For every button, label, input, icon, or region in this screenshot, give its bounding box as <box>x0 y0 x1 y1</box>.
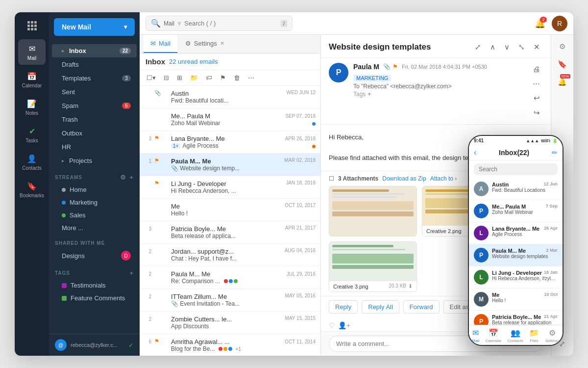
tab-mail[interactable]: ✉ Mail <box>144 35 177 53</box>
nav-item-tasks[interactable]: ✔ Tasks <box>18 122 46 147</box>
toolbar-more[interactable]: ⋯ <box>245 72 257 83</box>
tab-close-icon[interactable]: ✕ <box>220 40 224 47</box>
stream-item-sales[interactable]: Sales <box>52 209 137 221</box>
sidebar-item-hr[interactable]: HR <box>52 140 137 154</box>
sidebar-item-templates[interactable]: Templates 3 <box>52 72 137 85</box>
table-row[interactable]: 📎 Austin WED JUN 12 Fwd: Beautiful locat… <box>140 86 320 108</box>
toolbar-sort[interactable]: ⊞ <box>174 72 185 83</box>
search-input[interactable] <box>184 20 278 27</box>
list-item[interactable]: Creative 1.png 20.3 KB ⬇ <box>329 186 417 237</box>
phone-sender: Me... Paula M <box>492 204 526 210</box>
shared-item-designs[interactable]: Designs D <box>52 248 137 263</box>
nav-item-contacts[interactable]: 👤 Contacts <box>18 149 46 175</box>
sidebar-item-inbox[interactable]: ▸ Inbox 22 <box>52 44 137 57</box>
table-row[interactable]: 2 Paula M... Me JUL 29, 2016 Re: Compari… <box>140 266 320 289</box>
search-bar[interactable]: 🔍 Mail ▾ / <box>146 16 293 31</box>
sidebar-item-outbox[interactable]: Outbox <box>52 127 137 140</box>
list-item[interactable]: A Austin 12 Jun Fwd: Beautiful Locations <box>469 178 563 200</box>
list-item[interactable]: P Me... Paula M 7 Sep Zoho Mail Webinar <box>469 200 563 222</box>
more-options-icon[interactable]: ⋯ <box>530 77 543 90</box>
checkbox-icon[interactable]: ☐ <box>329 175 334 182</box>
nav-item-bookmarks[interactable]: 🔖 Bookmarks <box>18 177 46 202</box>
phone-search-input[interactable] <box>474 163 558 175</box>
list-item[interactable]: P Patricia Boyle... Me 21 Apr Beta relea… <box>469 311 563 325</box>
settings-panel-button[interactable]: ⚙ <box>555 39 570 54</box>
person-add-icon[interactable]: 👤+ <box>338 321 350 329</box>
user-avatar-small: @ <box>55 339 67 351</box>
table-row[interactable]: Me... Paula M SEP 07, 2018 Zoho Mail Web… <box>140 108 320 131</box>
tag-item-testimonials[interactable]: Testimonials <box>52 279 137 291</box>
new-feature-button[interactable]: 🔔 <box>555 74 570 90</box>
reply-button[interactable]: Reply <box>329 300 358 314</box>
reply-icon[interactable]: ↩ <box>531 92 543 105</box>
sidebar-item-drafts[interactable]: Drafts <box>52 58 137 71</box>
nav-item-mail[interactable]: ✉ Mail <box>18 39 46 65</box>
add-tag-icon[interactable]: + <box>368 91 371 98</box>
attach-to-link[interactable]: Attach to › <box>430 175 457 182</box>
list-item[interactable]: P Paula M... Me 2 Mar Website design tem… <box>469 244 563 266</box>
toolbar-flag[interactable]: ⚑ <box>217 72 229 83</box>
user-avatar[interactable]: R <box>552 16 567 31</box>
forward-icon[interactable]: ↪ <box>531 106 543 119</box>
table-row[interactable]: 2 Jordan... support@z... AUG 04, 2016 Ch… <box>140 244 320 266</box>
table-row[interactable]: 6 ⚑ Amritha Agrawal... ... OCT 11, 2014 … <box>140 334 320 356</box>
next-icon[interactable]: ∨ <box>501 41 513 53</box>
sidebar-item-trash[interactable]: Trash <box>52 113 137 126</box>
toolbar-filter[interactable]: ⊟ <box>161 72 172 83</box>
stream-item-marketing[interactable]: Marketing <box>52 196 137 209</box>
stream-item-more[interactable]: More ... <box>52 222 137 234</box>
expand-icon[interactable]: ⤢ <box>472 41 484 53</box>
phone-subject: Website design templates <box>492 254 558 259</box>
toolbar-folder[interactable]: 📁 <box>187 72 201 83</box>
sidebar-item-spam[interactable]: Spam 6 <box>52 99 137 112</box>
table-row[interactable]: 3 ⚑ Lana Bryante... Me APR 26, 2018 1+ A… <box>140 131 320 154</box>
table-row[interactable]: 2 ITTeam Zillum... Me MAY 05, 2016 📎 Eve… <box>140 289 320 312</box>
phone-nav-contacts[interactable]: 👥 Contacts <box>508 328 523 343</box>
list-item[interactable]: L Li Jung - Developer 18 Jan Hi Rebecca … <box>469 266 563 289</box>
streams-settings-icon[interactable]: ⚙ <box>120 174 126 181</box>
list-item[interactable]: L Lana Bryante... Me 26 Apr Agile Proces… <box>469 222 563 244</box>
download-zip-link[interactable]: Download as Zip <box>382 175 426 182</box>
tab-settings[interactable]: ⚙ Settings ✕ <box>178 35 231 53</box>
close-icon[interactable]: ✕ <box>531 41 543 53</box>
nav-item-calendar[interactable]: 📅 Calendar <box>18 67 46 92</box>
sidebar-label-hr: HR <box>62 143 71 151</box>
bookmark-panel-button[interactable]: 🔖 <box>555 56 570 72</box>
print-icon[interactable]: 🖨 <box>530 63 543 75</box>
phone-nav-files[interactable]: 📁 Files <box>529 328 539 343</box>
phone-back-button[interactable]: ‹ <box>474 148 476 157</box>
tags-add-icon[interactable]: + <box>129 269 134 277</box>
reply-all-button[interactable]: Reply All <box>362 300 399 314</box>
popout-icon[interactable]: ⤡ <box>515 41 528 53</box>
tag-item-feature-comments[interactable]: Feature Comments <box>52 292 137 304</box>
heart-icon[interactable]: ♡ <box>329 321 335 329</box>
table-row[interactable]: 1 ⚑ Paula M... Me MAR 02, 2018 📎 Website… <box>140 154 320 176</box>
list-item[interactable]: Creative 3.png 20.3 KB ⬇ <box>329 241 417 292</box>
arrow-icon: ▸ <box>62 158 64 163</box>
new-mail-button[interactable]: New Mail ▾ <box>54 18 135 36</box>
toolbar-tag[interactable]: 🏷 <box>203 72 215 83</box>
forward-button[interactable]: Forward <box>403 300 440 314</box>
apps-grid[interactable] <box>24 18 40 33</box>
toolbar-checkbox[interactable]: ☐▾ <box>144 72 159 83</box>
phone-nav-calendar[interactable]: 📅 Calendar <box>486 328 501 343</box>
contacts-icon: 👤 <box>26 153 37 164</box>
table-row[interactable]: ⚑ Li Jung - Developer JAN 18, 2018 Hi Re… <box>140 176 320 199</box>
stream-item-home[interactable]: Home <box>52 184 137 196</box>
phone-nav-settings[interactable]: ⚙ Settings <box>545 328 560 343</box>
prev-icon[interactable]: ∧ <box>487 41 498 53</box>
table-row[interactable]: 2 Zombie Cutters... le... MAY 15, 2015 A… <box>140 312 320 334</box>
nav-item-notes[interactable]: 📝 Notes <box>18 94 46 120</box>
toolbar-delete[interactable]: 🗑 <box>231 72 243 83</box>
list-item[interactable]: M Me 10 Oct Hello ! <box>469 289 563 311</box>
download-icon[interactable]: ⬇ <box>408 283 413 289</box>
notification-bell[interactable]: 🔔 2 <box>532 16 548 31</box>
sidebar-item-projects[interactable]: ▸ Projects <box>52 154 137 167</box>
phone-edit-button[interactable]: ✏ <box>552 149 558 157</box>
phone-nav-calendar-icon: 📅 <box>489 328 498 338</box>
table-row[interactable]: Me OCT 10, 2017 Hello ! <box>140 199 320 221</box>
table-row[interactable]: 3 Patricia Boyle... Me APR 21, 2017 Beta… <box>140 221 320 244</box>
sidebar-item-sent[interactable]: Sent <box>52 85 137 99</box>
phone-nav-mail[interactable]: ✉ Mail <box>472 328 479 343</box>
streams-add-icon[interactable]: + <box>129 174 134 181</box>
